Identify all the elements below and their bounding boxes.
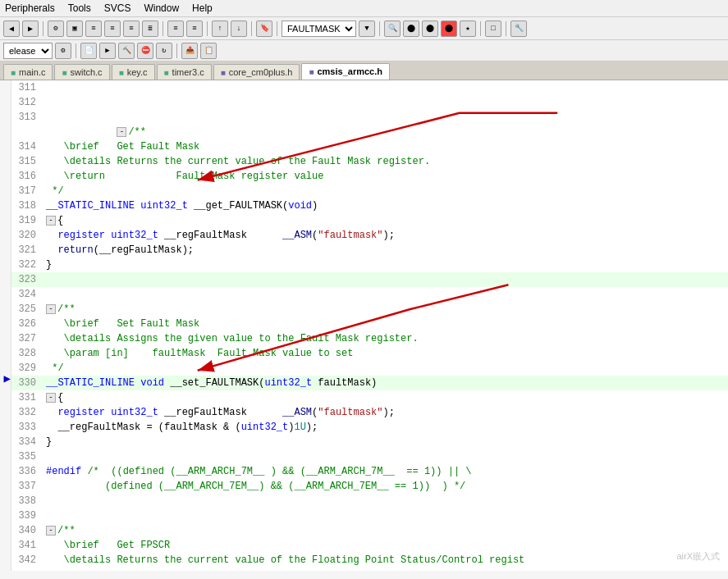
line-339: 339 (11, 508, 728, 523)
monitor-btn[interactable]: □ (485, 21, 501, 37)
line-334: 334 } (11, 435, 728, 449)
fold-331[interactable]: - (46, 393, 56, 403)
line-336: 336 #endif /* ((defined (__ARM_ARCH_7M__… (11, 464, 728, 479)
line-340: 340 -/** (11, 523, 728, 538)
btn9[interactable]: ↑ (212, 21, 228, 37)
btn12[interactable]: ⬤ (422, 21, 438, 37)
line-324: 324 (11, 287, 728, 302)
btn11[interactable]: ⬤ (403, 21, 419, 37)
btn2[interactable]: ▣ (66, 21, 83, 37)
tab-main-c[interactable]: ■ main.c (3, 64, 53, 80)
btn-t2-6[interactable]: ↻ (156, 43, 172, 59)
btn-t2-8[interactable]: 📋 (200, 43, 217, 59)
code-lines: 311 312 313 -/** 314 \brief G (11, 80, 728, 568)
separator-4 (251, 21, 252, 36)
tab-cmsis-label: cmsis_armcc.h (317, 66, 382, 76)
tab-core-h-label: core_cm0plus.h (229, 67, 293, 77)
tab-switch-c-icon: ■ (62, 68, 66, 77)
fold-325[interactable]: - (46, 304, 56, 314)
btn-t2-7[interactable]: 📤 (181, 43, 198, 59)
separator-t2-1 (76, 43, 76, 58)
separator-3 (207, 21, 208, 36)
line-313: 313 -/** (11, 110, 728, 139)
line-332: 332 register uint32_t __regFaultMask __A… (11, 405, 728, 420)
line-326: 326 \brief Set Fault Mask (11, 317, 728, 331)
tab-key-c-label: key.c (127, 67, 148, 77)
menu-svcs[interactable]: SVCS (103, 2, 133, 15)
fold-340[interactable]: - (46, 526, 56, 536)
line-329: 329 */ (11, 361, 728, 376)
line-316: 316 \return Fault Mask register value (11, 169, 728, 184)
tab-core-cm0plus-h[interactable]: ■ core_cm0plus.h (213, 64, 300, 80)
build-config-combo[interactable]: elease (3, 43, 53, 59)
line-321: 321 return(__regFaultMask); (11, 243, 728, 258)
fold-313[interactable]: - (117, 127, 126, 137)
tab-switch-c[interactable]: ■ switch.c (54, 64, 109, 80)
tab-timer3-c-icon: ■ (164, 68, 169, 77)
line-342: 342 \details Returns the current value o… (11, 553, 728, 568)
line-320: 320 register uint32_t __regFaultMask __A… (11, 228, 728, 243)
separator-1 (43, 21, 43, 36)
tab-main-c-icon: ■ (11, 68, 16, 77)
line-318: 318 __STATIC_INLINE uint32_t __get_FAULT… (11, 198, 728, 213)
tab-key-c-icon: ■ (119, 68, 124, 77)
forward-button[interactable]: ▶ (22, 21, 39, 37)
btn-t2-1[interactable]: ⚙ (55, 43, 71, 59)
btn4[interactable]: ≡ (104, 21, 121, 37)
menu-tools[interactable]: Tools (66, 2, 93, 15)
tab-cmsis-armcc-h[interactable]: ■ cmsis_armcc.h (301, 63, 390, 80)
tabs-bar: ■ main.c ■ switch.c ■ key.c ■ timer3.c ■… (0, 62, 728, 80)
current-line-arrow: ▶ (4, 373, 11, 385)
btn13[interactable]: ⬤ (441, 21, 457, 37)
line-330: 330 __STATIC_INLINE void __set_FAULTMASK… (11, 376, 728, 390)
menu-window[interactable]: Window (142, 2, 181, 15)
separator-t2-2 (176, 43, 177, 58)
menu-bar: Peripherals Tools SVCS Window Help (0, 0, 728, 17)
code-panel: ▶ 311 312 313 -/** (0, 80, 728, 571)
line-315: 315 \details Returns the current value o… (11, 154, 728, 169)
btn6[interactable]: ≣ (142, 21, 158, 37)
back-button[interactable]: ◀ (3, 21, 20, 37)
btn3[interactable]: ≡ (85, 21, 102, 37)
line-331: 331 -{ (11, 390, 728, 405)
line-327: 327 \details Assigns the given value to … (11, 331, 728, 346)
fold-319[interactable]: - (46, 216, 56, 226)
btn-t2-5[interactable]: ⛔ (137, 43, 153, 59)
btn8[interactable]: ≡ (186, 21, 203, 37)
settings-btn[interactable]: 🔧 (511, 21, 527, 37)
search-prev[interactable]: 🔍 (384, 21, 401, 37)
faultmask-combo[interactable]: FAULTMASK (282, 21, 356, 37)
btn7[interactable]: ≡ (167, 21, 184, 37)
line-333: 333 __regFaultMask = (faultMask & (uint3… (11, 420, 728, 435)
tab-main-c-label: main.c (19, 67, 45, 77)
build-btn[interactable]: ⚙ (48, 21, 64, 37)
tab-timer3-c[interactable]: ■ timer3.c (157, 64, 212, 80)
line-335: 335 (11, 449, 728, 464)
line-311: 311 (11, 80, 728, 95)
code-editor: ▶ 311 312 313 -/** (0, 80, 728, 571)
dropdown-btn[interactable]: ▼ (359, 21, 375, 37)
code-scroll-area[interactable]: 311 312 313 -/** 314 \brief G (11, 80, 728, 571)
bookmark-icon[interactable]: 🔖 (256, 21, 272, 37)
btn10[interactable]: ↓ (231, 21, 247, 37)
btn14[interactable]: ★ (460, 21, 476, 37)
menu-peripherals[interactable]: Peripherals (3, 2, 57, 15)
btn-t2-3[interactable]: ▶ (99, 43, 116, 59)
tab-key-c[interactable]: ■ key.c (112, 64, 155, 80)
line-341: 341 \brief Get FPSCR (11, 538, 728, 553)
line-325: 325 -/** (11, 302, 728, 317)
menu-help[interactable]: Help (190, 2, 214, 15)
btn-t2-2[interactable]: 📄 (80, 43, 97, 59)
left-gutter: ▶ (0, 80, 11, 571)
btn5[interactable]: ≡ (123, 21, 140, 37)
tab-timer3-c-label: timer3.c (172, 67, 204, 77)
btn-t2-4[interactable]: 🔨 (118, 43, 135, 59)
tab-switch-c-label: switch.c (71, 67, 103, 77)
separator-5 (277, 21, 277, 36)
separator-7 (480, 21, 481, 36)
tab-core-h-icon: ■ (221, 68, 226, 77)
line-312: 312 (11, 95, 728, 110)
tab-cmsis-icon: ■ (309, 67, 314, 76)
line-323: 323 (11, 272, 728, 287)
line-319: 319 -{ (11, 213, 728, 228)
